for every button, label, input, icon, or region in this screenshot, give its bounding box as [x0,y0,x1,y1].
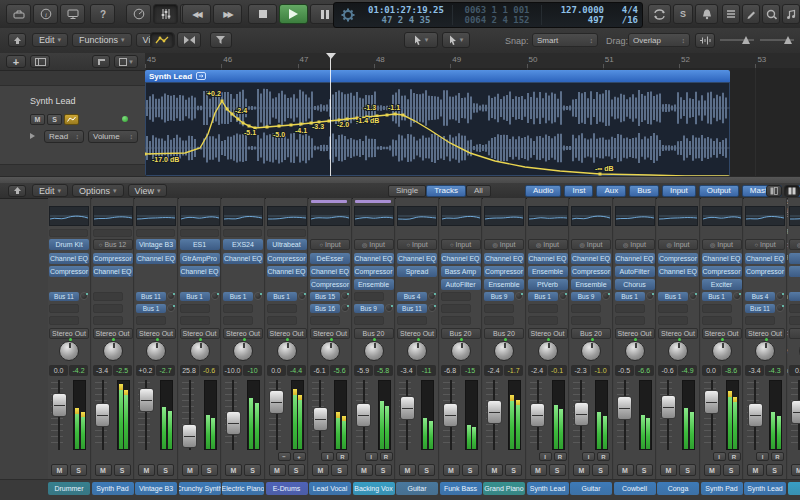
eq-thumbnail[interactable] [310,206,350,226]
send-knob[interactable] [167,304,175,312]
eq-thumbnail[interactable] [223,206,263,226]
send-knob[interactable] [733,292,741,300]
send-knob[interactable] [428,304,436,312]
channel-name[interactable]: Grand Piano [483,482,525,495]
channel-name[interactable]: Guitar [396,482,438,495]
send-knob[interactable] [341,292,349,300]
send-slot[interactable]: Bus 11 [745,304,775,313]
channel-name[interactable]: Backing Vox [353,482,395,495]
send-knob[interactable] [341,304,349,312]
snap-select[interactable]: Smart↕ [532,33,598,47]
rewind-button[interactable]: ◀◀ [182,4,211,24]
channel-name[interactable]: Guitar [570,482,612,495]
audio-fx-slot[interactable]: Channel EQ [310,266,350,277]
record-enable-button[interactable]: R [554,452,567,461]
channel-name[interactable]: Synth Pad [701,482,743,495]
mute-button[interactable]: M [399,464,416,476]
output-slot[interactable]: S [789,328,800,339]
displays-button[interactable] [60,4,85,24]
volume-value[interactable]: -0.5 [615,365,634,376]
forward-button[interactable]: ▶▶ [213,4,242,24]
send-slot-empty[interactable] [397,316,427,325]
inspector-button[interactable]: i [33,4,58,24]
pan-knob[interactable] [277,341,297,361]
send-slot-empty[interactable] [571,304,601,313]
pan-knob[interactable] [538,341,558,361]
audio-fx-slot[interactable]: Channel EQ [397,253,437,264]
volume-fader[interactable] [487,400,502,424]
send-knob[interactable] [254,292,262,300]
audio-fx-slot[interactable]: Channel EQ [745,253,785,264]
send-slot-empty[interactable] [180,316,210,325]
automation-node[interactable] [386,114,389,117]
automation-line[interactable] [145,101,730,176]
input-slot[interactable]: ○Input [397,239,437,250]
filter-tracks-button[interactable] [210,32,232,48]
mute-button[interactable]: M [573,464,590,476]
audio-fx-slot[interactable]: PtVerb [528,279,568,290]
smart-controls-button[interactable] [126,4,151,24]
play-button[interactable] [279,4,308,24]
playhead[interactable] [330,56,331,176]
mixer-filter-audio[interactable]: Audio [525,185,561,197]
input-monitor-button[interactable]: I [539,452,552,461]
disclosure-triangle[interactable] [30,133,35,139]
eq-thumbnail[interactable] [571,206,611,226]
audio-fx-slot[interactable]: GtrAmpPro [180,253,220,264]
input-monitor-button[interactable]: I [321,452,334,461]
send-slot[interactable]: Bus 1 [658,292,688,301]
volume-value[interactable]: -10.0 [223,365,242,376]
input-slot[interactable]: EXS24 [223,239,263,250]
wide-strips-button[interactable] [784,185,800,197]
add-track-button[interactable]: + [6,55,26,68]
solo-button[interactable]: S [288,464,305,476]
send-slot[interactable]: Bus 4 [397,292,427,301]
volume-fader[interactable] [400,396,415,420]
cycle-button[interactable] [648,4,671,24]
mixer-button[interactable] [153,4,178,24]
record-enable-button[interactable]: R [771,452,784,461]
track-header-config-button[interactable]: ▾ [114,55,138,68]
midi-fx-slot[interactable] [267,229,306,237]
automation-toggle-button[interactable] [150,32,174,48]
slider-thumb[interactable] [742,36,750,44]
solo-button[interactable]: S [201,464,218,476]
send-knob[interactable] [646,292,654,300]
volume-value[interactable]: -6.1 [310,365,329,376]
volume-value[interactable]: -0.6 [658,365,677,376]
eq-thumbnail[interactable] [658,206,698,226]
input-slot[interactable]: ○Input [745,239,785,250]
send-slot[interactable]: Bus 1 [136,304,166,313]
send-slot[interactable]: Bus 1 [702,292,732,301]
send-slot-empty[interactable] [789,316,800,325]
solo-button[interactable]: S [505,464,522,476]
track-solo-button[interactable]: S [47,114,62,125]
send-slot-empty[interactable] [354,316,384,325]
send-slot-empty[interactable] [441,304,471,313]
input-monitor-button[interactable]: I [582,452,595,461]
pan-knob[interactable] [320,341,340,361]
send-slot-empty[interactable] [136,316,166,325]
solo-button[interactable]: S [70,464,87,476]
audio-fx-slot[interactable]: Ensemble [354,279,394,290]
audio-fx-slot[interactable]: Compressor [49,266,89,277]
pan-knob[interactable] [625,341,645,361]
send-slot-empty[interactable] [484,316,514,325]
mixer-menu-edit[interactable]: Edit▾ [32,184,68,197]
audio-fx-slot[interactable]: Compressor [93,253,133,264]
audio-fx-slot[interactable]: Compressor [658,253,698,264]
audio-fx-slot[interactable]: Ensemble [484,279,524,290]
input-slot[interactable]: Drum Kit [49,239,89,250]
solo-button[interactable]: S [462,464,479,476]
audio-fx-slot[interactable]: Compressor [267,253,307,264]
send-knob[interactable] [298,292,306,300]
eq-thumbnail[interactable] [180,206,220,226]
volume-value[interactable]: -5.9 [354,365,373,376]
eq-thumbnail[interactable] [615,206,655,226]
increment-button[interactable]: + [293,452,306,461]
input-slot[interactable]: ◎Input [789,239,800,250]
audio-fx-slot[interactable]: Channel EQ [93,266,133,277]
audio-fx-slot[interactable]: AutoFilter [441,279,481,290]
mute-button[interactable]: M [660,464,677,476]
send-knob[interactable] [776,304,784,312]
